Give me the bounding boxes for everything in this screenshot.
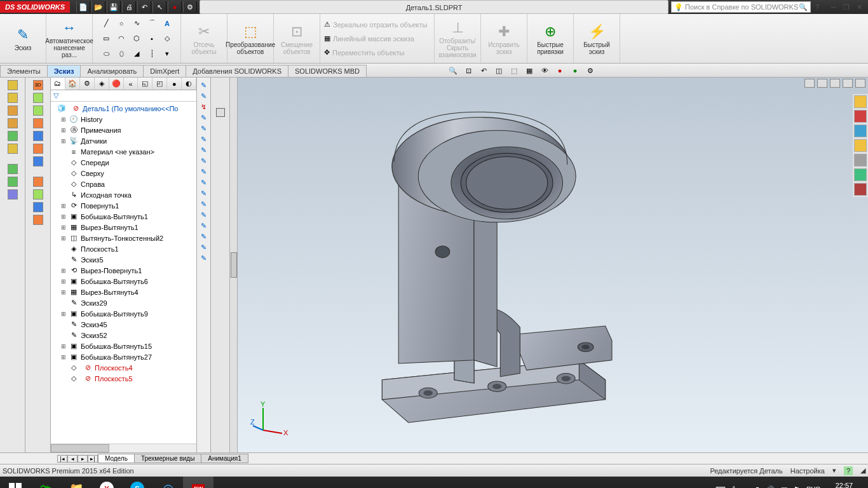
tab-analyze[interactable]: Анализировать — [80, 65, 144, 77]
tree-item[interactable]: ◈Плоскость1 — [51, 243, 196, 254]
edit-sketch-icon-11[interactable]: ✎ — [201, 200, 207, 208]
tree-item[interactable]: ⊞ⓐПримечания — [51, 125, 196, 135]
splitter-handle[interactable] — [231, 252, 237, 278]
tree-item[interactable]: ✎Эскиз45 — [51, 319, 196, 330]
tree-item[interactable]: ✎Эскиз52 — [51, 330, 196, 341]
apply-scene-icon[interactable]: ● — [569, 65, 581, 76]
btab-3dviews[interactable]: Трехмерные виды — [134, 454, 201, 463]
expand-icon[interactable]: ⊞ — [60, 343, 67, 349]
tree-extra3[interactable]: ● — [167, 78, 182, 90]
tree-extra4[interactable]: ◐ — [182, 78, 196, 90]
display-relations-button[interactable]: ⊥ Отобразить/Скрыть взаимосвязи — [438, 18, 477, 58]
rectangle-tool[interactable]: ▭ — [99, 32, 113, 46]
expand-icon[interactable]: ⊞ — [60, 224, 67, 231]
tray-shield-icon[interactable]: ▲ — [742, 485, 749, 488]
tree-item[interactable]: ⊞▣Бобышка-Вытянуть15 — [51, 341, 196, 351]
section-view-icon[interactable]: ◫ — [493, 65, 505, 76]
vp-close[interactable] — [855, 79, 865, 88]
qat-print[interactable]: 🖨 — [122, 1, 136, 13]
status-help-icon[interactable]: ? — [844, 466, 853, 475]
tab-sketch[interactable]: Эскиз — [47, 65, 81, 77]
expand-icon[interactable]: ⊞ — [60, 278, 67, 285]
task-store[interactable]: 🛍 — [31, 477, 61, 488]
lt-c3[interactable] — [33, 202, 43, 212]
tray-lang[interactable]: РУС — [806, 485, 820, 488]
plane-tool[interactable]: ◇ — [160, 32, 174, 46]
tree-item[interactable]: ≡Материал <не указан> — [51, 146, 196, 157]
edit-sketch-icon-3[interactable]: ✎ — [201, 114, 207, 122]
centerline-tool[interactable]: ┆ — [145, 47, 159, 61]
task-explorer[interactable]: 📁 — [61, 477, 92, 488]
tree-item[interactable]: ⊞⟳Повернуть1 — [51, 200, 196, 211]
lt-b1[interactable] — [33, 93, 43, 103]
tree-item[interactable]: ↳Исходная точка — [51, 189, 196, 200]
task-compass[interactable]: ◎ — [153, 477, 183, 488]
sketch-button[interactable]: ✎ Эскиз — [4, 25, 42, 51]
tree-item[interactable]: ✎Эскиз29 — [51, 297, 196, 308]
restore-button[interactable]: ❐ — [840, 2, 853, 12]
tree-item[interactable]: ✎Эскиз5 — [51, 254, 196, 265]
tab-mbd[interactable]: SOLIDWORKS MBD — [288, 65, 367, 77]
lt-b3[interactable] — [33, 118, 43, 128]
lt-b5[interactable] — [33, 144, 43, 154]
edit-appearance-icon[interactable]: ● — [554, 65, 566, 76]
edit-sketch-icon-2[interactable]: ✎ — [201, 92, 207, 100]
tray-volume-icon[interactable]: 🔊 — [766, 485, 775, 489]
zoom-area-icon[interactable]: ⊡ — [463, 65, 474, 76]
qat-open[interactable]: 📂 — [92, 1, 105, 13]
quick-snaps-button[interactable]: ⊕ Быстрые привязки — [531, 22, 569, 55]
edit-sketch-icon-16[interactable]: ✎ — [201, 254, 207, 262]
qat-undo[interactable]: ↶ — [137, 1, 151, 13]
lt-b2[interactable] — [33, 105, 43, 116]
slot-tool[interactable]: ⬭ — [99, 47, 113, 61]
lt-b6[interactable] — [33, 156, 43, 166]
tray-chevron-up-icon[interactable]: ˄ — [732, 485, 736, 489]
linear-pattern-label[interactable]: Линейный массив эскиза — [333, 35, 414, 43]
edit-sketch-icon-7[interactable]: ✎ — [201, 157, 207, 165]
lt-c1[interactable] — [33, 177, 43, 187]
point-tool[interactable]: • — [145, 32, 159, 46]
view-orient-icon[interactable]: ⬚ — [508, 65, 520, 76]
tree-filter[interactable]: ▽ — [51, 90, 196, 102]
edit-sketch-icon-15[interactable]: ✎ — [201, 243, 207, 252]
lt-surfaces[interactable] — [8, 93, 18, 103]
taskpane-custom-props[interactable] — [854, 183, 867, 196]
rapid-sketch-button[interactable]: ⚡ Быстрый эскиз — [578, 22, 616, 55]
expand-icon[interactable]: ⊞ — [60, 354, 67, 360]
help-search[interactable]: 💡 Поиск в Справке по SOLIDWORKS 🔍 — [671, 1, 811, 13]
btab-prev[interactable]: ◂ — [67, 455, 78, 463]
convert-entities-button[interactable]: ⬚ Преобразование объектов — [231, 22, 269, 55]
edit-sketch-icon-5[interactable]: ✎ — [201, 135, 207, 144]
display-tab[interactable]: 🔴 — [109, 78, 124, 90]
taskpane-appearances[interactable] — [854, 168, 867, 181]
tree-hscrollbar[interactable] — [51, 444, 196, 452]
tree-item[interactable]: ⊞▣Бобышка-Вытянуть6 — [51, 276, 196, 287]
polygon-tool[interactable]: ⬡ — [130, 32, 144, 46]
qat-options[interactable]: ⚙ — [183, 1, 197, 13]
qat-save[interactable]: 💾 — [107, 1, 121, 13]
fillet-tool[interactable]: ⌒ — [145, 17, 159, 30]
lt-c4[interactable] — [33, 215, 43, 225]
vp-max[interactable] — [843, 79, 853, 88]
tree-item[interactable]: ⊞▣Бобышка-Вытянуть9 — [51, 308, 196, 319]
help-button[interactable]: ? — [811, 2, 824, 12]
prev-view-icon[interactable]: ↶ — [478, 65, 489, 76]
status-resize-grip[interactable]: ◢ — [860, 466, 865, 475]
lt-c2[interactable] — [33, 189, 43, 200]
tree-item[interactable]: ◇⊘Плоскость4 — [51, 362, 196, 373]
lt-sk3[interactable] — [8, 189, 18, 200]
lt-eval[interactable] — [8, 144, 18, 154]
edit-sketch-icon-8[interactable]: ✎ — [201, 168, 207, 176]
text-tool[interactable]: A — [160, 17, 174, 30]
mirror-label[interactable]: Зеркально отразить объекты — [333, 21, 427, 29]
vp-min[interactable] — [830, 79, 840, 88]
start-button[interactable] — [0, 477, 31, 488]
expand-icon[interactable]: ⊞ — [60, 235, 67, 241]
lt-sk2[interactable] — [8, 177, 18, 187]
btab-last[interactable]: ▸| — [88, 455, 98, 463]
tree-extra2[interactable]: ◰ — [153, 78, 167, 90]
property-tab[interactable]: 🏠 — [65, 78, 80, 90]
tray-flag-icon[interactable]: ⚑ — [794, 485, 800, 489]
lt-features[interactable] — [8, 80, 18, 90]
close-button[interactable]: ✕ — [853, 2, 865, 12]
